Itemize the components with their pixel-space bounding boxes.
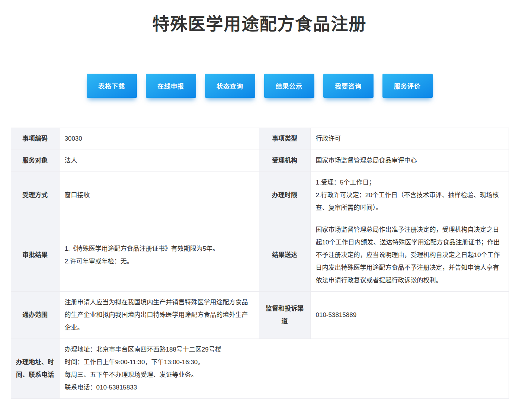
table-row: 受理方式 窗口接收 办理时限 1.受理：5个工作日； 2.行政许可决定：20个工…	[11, 172, 509, 219]
scope-label: 通办范围	[11, 292, 59, 339]
service-info-table: 事项编码 30030 事项类型 行政许可 服务对象 法人 受理机构 国家市场监督…	[11, 128, 509, 399]
service-rating-button[interactable]: 服务评价	[382, 74, 433, 98]
supervision-complaint-value: 010-53815889	[310, 292, 509, 339]
action-button-row: 表格下载 在线申报 状态查询 结果公示 我要咨询 服务评价	[0, 74, 519, 98]
service-object-label: 服务对象	[11, 150, 59, 172]
service-info-table-wrap: 事项编码 30030 事项类型 行政许可 服务对象 法人 受理机构 国家市场监督…	[11, 128, 509, 399]
accepting-agency-label: 受理机构	[259, 150, 310, 172]
table-row: 服务对象 法人 受理机构 国家市场监督管理总局食品审评中心	[11, 150, 509, 172]
approval-result-value: 1.《特殊医学用途配方食品注册证书》有效期限为5年。 2.许可年审或年检：无。	[59, 219, 259, 292]
page-title: 特殊医学用途配方食品注册	[0, 13, 519, 34]
table-row: 办理地址、时间、联系电话 办理地址：北京市丰台区南四环西路188号十二区29号楼…	[11, 339, 509, 399]
item-type-label: 事项类型	[259, 128, 310, 150]
page: 特殊医学用途配方食品注册 表格下载 在线申报 状态查询 结果公示 我要咨询 服务…	[0, 0, 519, 420]
form-download-button[interactable]: 表格下载	[87, 74, 137, 98]
item-type-value: 行政许可	[310, 128, 509, 150]
result-delivery-label: 结果送达	[259, 219, 310, 292]
result-delivery-value: 国家市场监督管理总局作出准予注册决定的，受理机构自决定之日起10个工作日内颁发、…	[310, 219, 509, 292]
table-row: 通办范围 注册申请人应当为拟在我国境内生产并销售特殊医学用途配方食品的生产企业和…	[11, 292, 509, 339]
item-code-value: 30030	[59, 128, 259, 150]
status-query-button[interactable]: 状态查询	[205, 74, 255, 98]
processing-time-value: 1.受理：5个工作日； 2.行政许可决定：20个工作日（不含技术审评、抽样检验、…	[310, 172, 509, 219]
accept-method-value: 窗口接收	[59, 172, 259, 219]
accepting-agency-value: 国家市场监督管理总局食品审评中心	[310, 150, 509, 172]
address-time-phone-label: 办理地址、时间、联系电话	[11, 339, 59, 399]
accept-method-label: 受理方式	[11, 172, 59, 219]
result-publicity-button[interactable]: 结果公示	[264, 74, 314, 98]
online-apply-button[interactable]: 在线申报	[146, 74, 196, 98]
supervision-complaint-label: 监督和投诉渠道	[259, 292, 310, 339]
scope-value: 注册申请人应当为拟在我国境内生产并销售特殊医学用途配方食品的生产企业和拟向我国境…	[59, 292, 259, 339]
consult-button[interactable]: 我要咨询	[323, 74, 374, 98]
approval-result-label: 审批结果	[11, 219, 59, 292]
item-code-label: 事项编码	[11, 128, 59, 150]
table-row: 审批结果 1.《特殊医学用途配方食品注册证书》有效期限为5年。 2.许可年审或年…	[11, 219, 509, 292]
table-row: 事项编码 30030 事项类型 行政许可	[11, 128, 509, 150]
address-time-phone-value: 办理地址：北京市丰台区南四环西路188号十二区29号楼 时间：工作日上午9:00…	[59, 339, 509, 399]
service-object-value: 法人	[59, 150, 259, 172]
processing-time-label: 办理时限	[259, 172, 310, 219]
